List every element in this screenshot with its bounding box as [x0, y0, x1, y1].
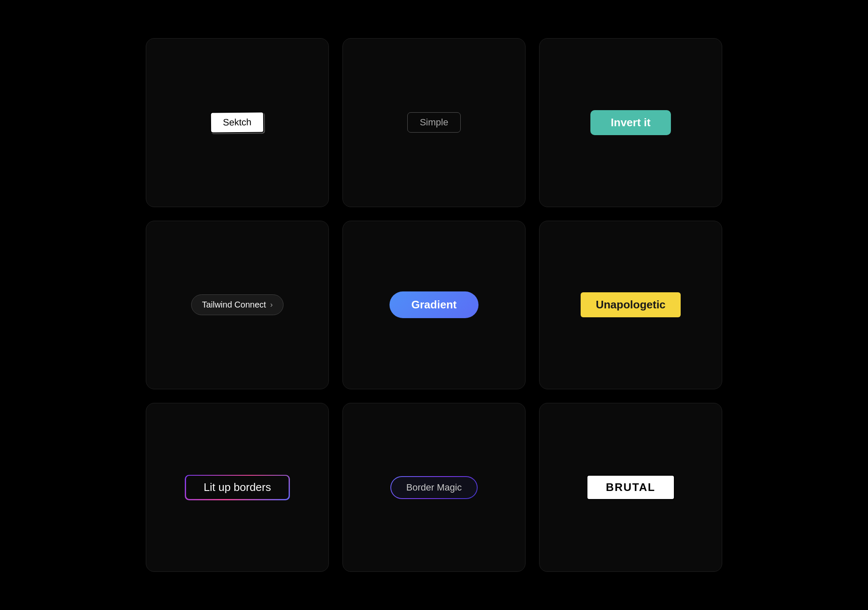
card-brutal: BRUTAL: [539, 403, 722, 572]
tailwind-connect-button[interactable]: Tailwind Connect ›: [191, 294, 283, 315]
lit-up-borders-button[interactable]: Lit up borders: [186, 476, 289, 499]
gradient-button[interactable]: Gradient: [389, 291, 479, 318]
card-gradient: Gradient: [342, 221, 526, 390]
invert-it-button[interactable]: Invert it: [590, 110, 671, 135]
brutal-button[interactable]: BRUTAL: [587, 475, 675, 500]
card-border-magic: Border Magic: [342, 403, 526, 572]
tailwind-connect-label: Tailwind Connect: [202, 300, 266, 310]
card-simple: Simple: [342, 38, 526, 207]
sektch-button[interactable]: Sektch: [210, 112, 264, 133]
simple-button[interactable]: Simple: [407, 112, 460, 133]
button-showcase-grid: Sektch Simple Invert it Tailwind Connect…: [137, 30, 731, 580]
lit-up-borders-wrapper: Lit up borders: [185, 475, 290, 500]
border-magic-button[interactable]: Border Magic: [391, 477, 477, 498]
card-lit-up-borders: Lit up borders: [146, 403, 329, 572]
card-unapologetic: Unapologetic: [539, 221, 722, 390]
unapologetic-button[interactable]: Unapologetic: [581, 292, 681, 317]
card-tailwind-connect: Tailwind Connect ›: [146, 221, 329, 390]
card-invert-it: Invert it: [539, 38, 722, 207]
card-sektch: Sektch: [146, 38, 329, 207]
border-magic-wrapper: Border Magic: [390, 476, 478, 499]
tailwind-connect-arrow-icon: ›: [270, 300, 273, 309]
